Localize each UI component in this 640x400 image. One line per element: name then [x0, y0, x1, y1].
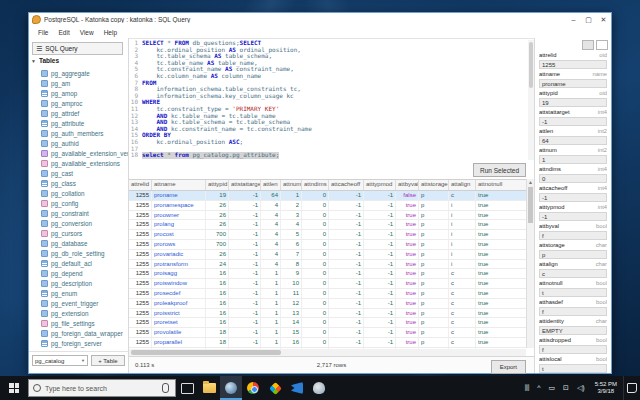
cell-attstorage[interactable]: p — [419, 191, 449, 200]
cell-atttypid[interactable]: 16 — [206, 289, 229, 298]
cell-attnotnull[interactable]: true — [476, 230, 526, 239]
field-value-input[interactable]: -1 — [539, 117, 607, 126]
cell-attnum[interactable]: 4 — [281, 220, 302, 229]
cell-attstattarget[interactable]: -1 — [229, 269, 261, 278]
cell-attstorage[interactable]: p — [419, 250, 449, 259]
cell-attcacheoff[interactable]: -1 — [329, 191, 364, 200]
sidebar-item-pg_collation[interactable]: pg_collation — [29, 188, 128, 198]
cell-attnum[interactable]: 2 — [281, 201, 302, 210]
title-bar[interactable]: PostgreSQL - Katonka copy : katonka : SQ… — [29, 13, 611, 27]
cell-attstattarget[interactable]: -1 — [229, 309, 261, 318]
editor-line-18[interactable]: 18select * from pg_catalog.pg_attribute; — [129, 152, 528, 159]
cell-atttypmod[interactable]: -1 — [364, 289, 396, 298]
table-row[interactable]: 1255proowner26-1430-1-1truepitrue — [129, 211, 526, 221]
field-value-input[interactable]: -1 — [539, 212, 607, 221]
table-row[interactable]: 1255proname19-16410-1-1falsepctrue — [129, 191, 526, 201]
cell-attnum[interactable]: 6 — [281, 240, 302, 249]
cell-attlen[interactable]: 64 — [261, 191, 281, 200]
cell-atttypid[interactable]: 19 — [206, 191, 229, 200]
cell-attname[interactable]: protransform — [152, 260, 206, 269]
cell-attalign[interactable]: i — [449, 201, 476, 210]
cell-attbyval[interactable]: true — [396, 240, 419, 249]
table-row[interactable]: 1255protransform24-1480-1-1truepitrue — [129, 260, 526, 270]
cell-atttypmod[interactable]: -1 — [364, 250, 396, 259]
sidebar-item-pg_class[interactable]: pg_class — [29, 178, 128, 188]
sidebar-item-pg_cursors[interactable]: pg_cursors — [29, 228, 128, 238]
cell-attndims[interactable]: 0 — [302, 250, 329, 259]
cell-atttypid[interactable]: 24 — [206, 260, 229, 269]
field-value-input[interactable]: 1 — [539, 155, 607, 164]
cell-attnotnull[interactable]: true — [476, 220, 526, 229]
editor-line-16[interactable]: 16 kc.ordinal_position ASC; — [129, 139, 528, 146]
column-header-attalign[interactable]: attalign — [449, 180, 476, 190]
cell-attrelid[interactable]: 1255 — [129, 211, 152, 220]
cell-attstattarget[interactable]: -1 — [229, 328, 261, 337]
cell-attrelid[interactable]: 1255 — [129, 279, 152, 288]
field-value-input[interactable]: 0 — [539, 174, 607, 183]
sidebar-item-pg_event_trigger[interactable]: pg_event_trigger — [29, 298, 128, 308]
cell-attndims[interactable]: 0 — [302, 309, 329, 318]
maximize-button[interactable]: ▢ — [581, 14, 596, 26]
minimize-button[interactable]: – — [566, 14, 581, 26]
column-header-attlen[interactable]: attlen — [261, 180, 281, 190]
table-row[interactable]: 1255proleakproof16-11120-1-1truepctrue — [129, 299, 526, 309]
cell-attnotnull[interactable]: true — [476, 338, 526, 347]
cell-attname[interactable]: prorows — [152, 240, 206, 249]
cell-attlen[interactable]: 4 — [261, 230, 281, 239]
field-value-input[interactable]: 64 — [539, 136, 607, 145]
sidebar-item-pg_db_role_setting[interactable]: pg_db_role_setting — [29, 248, 128, 258]
table-row[interactable]: 1255provariadic26-1470-1-1truepitrue — [129, 250, 526, 260]
panel-toggle-right-button[interactable] — [596, 40, 608, 50]
grid-vertical-scrollbar[interactable]: ▲ — [526, 179, 534, 348]
cell-attnum[interactable]: 1 — [281, 191, 302, 200]
cell-attndims[interactable]: 0 — [302, 338, 329, 347]
cell-attnotnull[interactable]: true — [476, 328, 526, 337]
cell-attalign[interactable]: c — [449, 279, 476, 288]
add-table-button[interactable]: + Table — [91, 355, 125, 366]
action-center-button[interactable] — [623, 376, 640, 400]
cell-attndims[interactable]: 0 — [302, 289, 329, 298]
field-value-input[interactable]: EMPTY — [539, 326, 607, 335]
cell-attcacheoff[interactable]: -1 — [329, 269, 364, 278]
cell-attrelid[interactable]: 1255 — [129, 309, 152, 318]
cell-atttypmod[interactable]: -1 — [364, 299, 396, 308]
cell-attnotnull[interactable]: true — [476, 260, 526, 269]
cell-attndims[interactable]: 0 — [302, 240, 329, 249]
cell-attname[interactable]: proisstrict — [152, 309, 206, 318]
cell-attstattarget[interactable]: -1 — [229, 260, 261, 269]
cell-attstorage[interactable]: p — [419, 201, 449, 210]
cell-attnotnull[interactable]: true — [476, 299, 526, 308]
cell-attname[interactable]: pronamespace — [152, 201, 206, 210]
cell-atttypmod[interactable]: -1 — [364, 201, 396, 210]
cell-attnotnull[interactable]: true — [476, 289, 526, 298]
cell-attcacheoff[interactable]: -1 — [329, 289, 364, 298]
cell-attnotnull[interactable]: true — [476, 318, 526, 327]
cell-attalign[interactable]: c — [449, 338, 476, 347]
sidebar-item-pg_constraint[interactable]: pg_constraint — [29, 208, 128, 218]
cell-attstattarget[interactable]: -1 — [229, 299, 261, 308]
column-header-attrelid[interactable]: attrelid — [129, 180, 152, 190]
taskbar-vscode-icon[interactable] — [286, 376, 308, 400]
cell-attnum[interactable]: 8 — [281, 260, 302, 269]
cell-attndims[interactable]: 0 — [302, 191, 329, 200]
chevron-up-icon[interactable]: ^ — [537, 376, 540, 400]
cell-attname[interactable]: provolatile — [152, 328, 206, 337]
field-value-input[interactable]: f — [539, 345, 607, 354]
sidebar-item-pg_attrdef[interactable]: pg_attrdef — [29, 108, 128, 118]
sidebar-item-pg_amproc[interactable]: pg_amproc — [29, 98, 128, 108]
cell-attrelid[interactable]: 1255 — [129, 328, 152, 337]
sidebar-item-pg_file_settings[interactable]: pg_file_settings — [29, 318, 128, 328]
cell-attstattarget[interactable]: -1 — [229, 220, 261, 229]
cell-atttypmod[interactable]: -1 — [364, 260, 396, 269]
cell-attlen[interactable]: 4 — [261, 250, 281, 259]
cell-attcacheoff[interactable]: -1 — [329, 211, 364, 220]
cell-attndims[interactable]: 0 — [302, 299, 329, 308]
cell-attstorage[interactable]: p — [419, 211, 449, 220]
column-header-atttypmod[interactable]: atttypmod — [364, 180, 396, 190]
sidebar-item-pg_available_extension_ver[interactable]: pg_available_extension_ver — [29, 148, 128, 158]
close-button[interactable]: ✕ — [596, 14, 611, 26]
table-row[interactable]: 1255proiswindow16-11100-1-1truepctrue — [129, 279, 526, 289]
cell-attnum[interactable]: 16 — [281, 338, 302, 347]
sidebar-item-pg_description[interactable]: pg_description — [29, 278, 128, 288]
cell-attndims[interactable]: 0 — [302, 279, 329, 288]
